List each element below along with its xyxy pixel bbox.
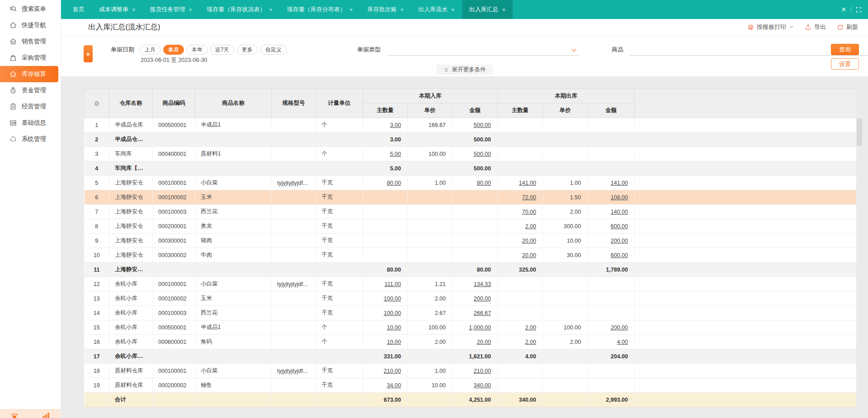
- table-row[interactable]: 19原材料仓库000200002鳗鱼千克34.0010.00340.00: [85, 378, 856, 393]
- drill-down-link[interactable]: 20.00: [522, 252, 536, 258]
- drill-down-link[interactable]: 34.00: [387, 382, 401, 389]
- tab-cost-adjustment[interactable]: 成本调整单×: [92, 0, 143, 19]
- drill-down-link[interactable]: 600.00: [611, 252, 628, 258]
- col-header-name[interactable]: 商品名称: [195, 89, 272, 118]
- sidebar-item-system[interactable]: 系统管理: [0, 131, 61, 147]
- col-header-out-qty[interactable]: 主数量: [498, 103, 543, 118]
- col-header-in-amount[interactable]: 金额: [453, 103, 498, 118]
- drill-down-link[interactable]: 210.00: [384, 368, 401, 374]
- tab-stock-status[interactable]: 现存量（库存状况表）×: [199, 0, 280, 19]
- search-button[interactable]: 查询: [831, 44, 859, 55]
- drill-down-link[interactable]: 70.00: [522, 209, 536, 215]
- table-scrollbar[interactable]: [857, 118, 862, 408]
- refresh-button[interactable]: 刷新: [837, 23, 858, 31]
- drill-down-link[interactable]: 4.00: [617, 339, 628, 345]
- date-range-value[interactable]: 2023-06-01 至 2023-06-30: [141, 56, 287, 64]
- drill-down-link[interactable]: 140.00: [611, 209, 628, 215]
- close-tab-icon[interactable]: ×: [400, 6, 404, 13]
- sidebar-item-operations[interactable]: 经营管理: [0, 99, 61, 115]
- drill-down-link[interactable]: 200.00: [474, 296, 491, 302]
- drill-down-link[interactable]: 2.00: [525, 223, 536, 230]
- drill-down-link[interactable]: 200.00: [611, 238, 628, 244]
- doc-type-select[interactable]: [387, 45, 579, 56]
- scrollbar-thumb[interactable]: [857, 118, 862, 146]
- settings-button[interactable]: 设置: [831, 58, 859, 70]
- table-row[interactable]: 4车间库【小...5.00500.00: [85, 161, 856, 176]
- col-header-warehouse[interactable]: 仓库名称: [109, 89, 153, 118]
- drill-down-link[interactable]: 210.00: [474, 368, 491, 374]
- drill-down-link[interactable]: 100.00: [384, 310, 401, 316]
- drill-down-link[interactable]: 1,000.00: [469, 324, 491, 331]
- fullscreen-icon[interactable]: [856, 7, 862, 13]
- table-row[interactable]: 1半成品仓库000500001半成品1个3.00166.67500.00: [85, 118, 856, 132]
- table-row[interactable]: 17余杭小库【...331.001,621.004.00204.00: [85, 349, 856, 364]
- drill-down-link[interactable]: 80.00: [477, 180, 491, 186]
- col-header-in-price[interactable]: 单价: [408, 103, 453, 118]
- table-row[interactable]: 8上海静安仓000200001奥龙千克2.00300.00600.00: [85, 219, 856, 234]
- drill-down-link[interactable]: 200.00: [611, 324, 628, 331]
- sidebar-item-funds[interactable]: ¥资金管理: [0, 82, 61, 99]
- col-header-out-amount[interactable]: 金额: [588, 103, 635, 118]
- drill-down-link[interactable]: 600.00: [611, 223, 628, 230]
- close-tab-icon[interactable]: ×: [451, 6, 455, 13]
- drill-down-link[interactable]: 266.67: [474, 310, 491, 316]
- drill-down-link[interactable]: 141.00: [519, 180, 536, 186]
- tab-picking-task[interactable]: 拣货任务管理×: [143, 0, 200, 19]
- table-row[interactable]: 9上海静安仓000300001猪肉千克20.0010.00200.00: [85, 234, 856, 248]
- table-row[interactable]: 11上海静安仓...80.0080.00325.001,789.00: [85, 263, 856, 277]
- table-row[interactable]: 14余杭小库000100003西兰花千克100.002.67266.67: [85, 306, 856, 320]
- drill-down-link[interactable]: 111.00: [385, 281, 401, 287]
- date-pill[interactable]: 本年: [187, 45, 208, 55]
- drill-down-link[interactable]: 500.00: [474, 151, 491, 157]
- drill-down-link[interactable]: 100.00: [384, 296, 401, 302]
- col-header-in-qty[interactable]: 主数量: [363, 103, 408, 118]
- column-settings-icon[interactable]: ⚙: [94, 100, 100, 107]
- drill-down-link[interactable]: 10.00: [387, 324, 401, 331]
- drill-down-link[interactable]: 20.00: [477, 339, 491, 345]
- close-tab-icon[interactable]: ×: [349, 6, 353, 13]
- date-pill[interactable]: 自定义: [260, 45, 287, 55]
- table-row[interactable]: 7上海静安仓000100003西兰花千克70.002.00140.00: [85, 205, 856, 219]
- drill-down-link[interactable]: 500.00: [474, 122, 491, 128]
- tab-inventory-batch[interactable]: 库存批次账×: [360, 0, 411, 19]
- table-row[interactable]: 12余杭小库000100001小白菜tyjyjtyjtyjdf...千克111.…: [85, 277, 856, 291]
- print-by-template-button[interactable]: 按模板打印: [747, 23, 786, 31]
- date-pill[interactable]: 更多: [237, 45, 258, 55]
- print-options-chevron-icon[interactable]: [789, 23, 794, 31]
- table-row[interactable]: 6上海静安仓000100002玉米千克72.001.50108.00: [85, 190, 856, 205]
- drill-down-link[interactable]: 2.00: [525, 324, 536, 331]
- sidebar-item-quick-nav[interactable]: 快捷导航: [0, 17, 61, 33]
- drill-down-link[interactable]: 340.00: [474, 382, 491, 389]
- expand-more-button[interactable]: 展开更多条件: [436, 65, 493, 75]
- table-row[interactable]: 5上海静安仓000100001小白菜tyjyjtyjtyjdf...千克80.0…: [85, 176, 856, 190]
- col-header-out-price[interactable]: 单价: [543, 103, 588, 118]
- export-button[interactable]: 导出: [805, 23, 826, 31]
- tab-inout-summary[interactable]: 出入库汇总×: [462, 0, 513, 19]
- table-total-row[interactable]: 合计673.004,251.00340.002,993.00: [85, 393, 856, 407]
- sidebar-item-base-info[interactable]: 基础信息: [0, 115, 61, 131]
- close-tab-icon[interactable]: ×: [269, 6, 273, 13]
- drill-down-link[interactable]: 3.00: [390, 122, 401, 128]
- col-header-spec[interactable]: 规格型号: [272, 89, 316, 118]
- drill-down-link[interactable]: 80.00: [387, 180, 401, 186]
- tab-home[interactable]: 首页: [66, 0, 92, 19]
- table-row[interactable]: 18原材料仓库000100001小白菜tyjyjtyjtyjdf...千克210…: [85, 364, 856, 378]
- chevron-down-icon[interactable]: [571, 47, 577, 53]
- date-pill[interactable]: 上月: [140, 45, 160, 55]
- drill-down-link[interactable]: 20.00: [522, 238, 536, 244]
- chart-icon[interactable]: [42, 411, 51, 418]
- sidebar-item-inventory-accounting[interactable]: 库存核算: [0, 66, 58, 82]
- tab-stock-distribution[interactable]: 现存量（库存分布表）×: [280, 0, 360, 19]
- sidebar-item-sales[interactable]: $销售管理: [0, 33, 61, 50]
- col-header-code[interactable]: 商品编码: [153, 89, 195, 118]
- table-row[interactable]: 13余杭小库000100002玉米千克100.002.00200.00: [85, 291, 856, 306]
- drill-down-link[interactable]: 134.33: [474, 281, 491, 287]
- drill-down-link[interactable]: 108.00: [611, 194, 628, 201]
- close-tab-icon[interactable]: ×: [189, 6, 193, 13]
- table-row[interactable]: 16余杭小库000600001角码个10.002.0020.002.002.00…: [85, 335, 856, 349]
- date-pill[interactable]: 近7天: [210, 45, 234, 55]
- drill-down-link[interactable]: 2.00: [525, 339, 536, 345]
- col-header-unit[interactable]: 计量单位: [316, 89, 363, 118]
- close-tab-icon[interactable]: ×: [132, 6, 136, 13]
- drill-down-link[interactable]: 10.00: [387, 339, 401, 345]
